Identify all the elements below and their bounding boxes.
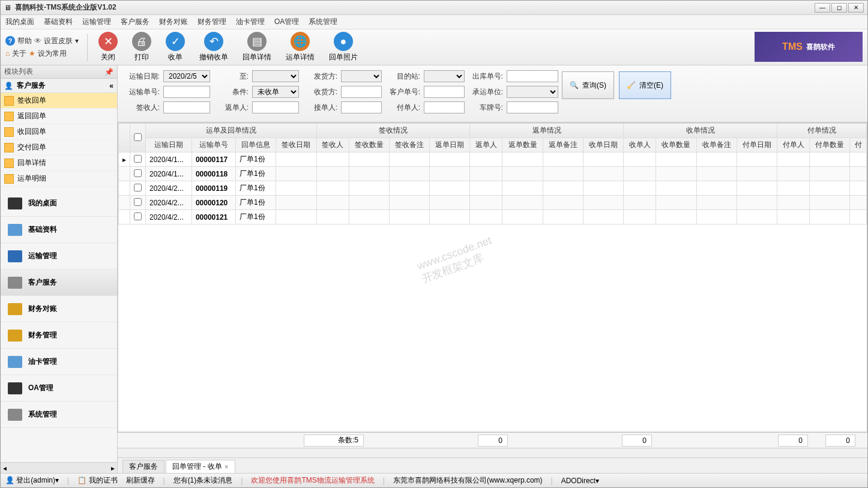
sidebar-scroll-left[interactable]: ◂ xyxy=(3,464,7,472)
toolbar-btn-4[interactable]: ▤回单详情 xyxy=(243,32,271,62)
filter-input-frow2-0[interactable] xyxy=(163,86,210,98)
nav-3[interactable]: 客户服务 xyxy=(1,270,117,296)
filter-input-frow3-4[interactable] xyxy=(507,101,558,113)
col-header[interactable]: 付单日期 xyxy=(737,138,777,152)
close-icon[interactable]: × xyxy=(225,463,229,471)
col-header[interactable]: 收单人 xyxy=(624,138,656,152)
ado-link[interactable]: ADODirect▾ xyxy=(561,477,599,485)
pin-icon[interactable]: 📌 xyxy=(104,68,113,76)
clear-button[interactable]: 🧹 清空(E) xyxy=(619,71,671,99)
sidebar-scroll-right[interactable]: ▸ xyxy=(111,464,115,472)
maximize-button[interactable]: ◻ xyxy=(831,3,847,13)
fav-link[interactable]: ★设为常用 xyxy=(29,49,67,59)
nav-5[interactable]: 财务管理 xyxy=(1,322,117,349)
collapse-icon[interactable]: « xyxy=(109,82,113,90)
menu-6[interactable]: 油卡管理 xyxy=(236,17,265,27)
col-header[interactable]: 签收数量 xyxy=(349,138,389,152)
col-header[interactable]: 返单备注 xyxy=(543,138,583,152)
filter-input-frow3-1[interactable] xyxy=(252,101,299,113)
menu-2[interactable]: 运输管理 xyxy=(82,17,111,27)
toolbar-btn-1[interactable]: 🖨打印 xyxy=(132,32,151,62)
horizontal-scrollbar[interactable] xyxy=(118,448,867,457)
row-check[interactable] xyxy=(134,198,142,206)
col-header[interactable]: 付单人 xyxy=(777,138,810,152)
filter-input-frow1-3[interactable] xyxy=(424,70,465,82)
toolbar-btn-3[interactable]: ↶撤销收单 xyxy=(199,32,228,62)
table-row[interactable]: 2020/4/2...00000119厂单1份 xyxy=(119,181,867,196)
data-grid[interactable]: 运单及回单情况签收情况返单情况收单情况付单情况运输日期运输单号回单信息签收日期签… xyxy=(118,122,867,432)
nav-6[interactable]: 油卡管理 xyxy=(1,349,117,375)
col-header[interactable]: 运输单号 xyxy=(191,138,235,152)
col-header[interactable]: 签收人 xyxy=(316,138,349,152)
col-header[interactable]: 收单日期 xyxy=(583,138,624,152)
menu-3[interactable]: 客户服务 xyxy=(121,17,149,27)
tab-0[interactable]: 客户服务 xyxy=(122,460,164,473)
sidebar-item-1[interactable]: 返回回单 xyxy=(1,109,117,124)
filter-input-frow3-2[interactable] xyxy=(341,101,382,113)
col-header[interactable]: 返单人 xyxy=(470,138,502,152)
col-header[interactable]: 签收日期 xyxy=(276,138,316,152)
sidebar-group[interactable]: 👤 客户服务 « xyxy=(1,79,117,93)
filter-input-frow2-4[interactable] xyxy=(507,86,558,98)
nav-7[interactable]: OA管理 xyxy=(1,375,117,402)
sidebar-item-3[interactable]: 交付回单 xyxy=(1,140,117,155)
refresh-link[interactable]: 刷新缓存 xyxy=(126,475,155,486)
filter-input-frow2-3[interactable] xyxy=(424,86,465,98)
nav-4[interactable]: 财务对账 xyxy=(1,296,117,322)
row-check[interactable] xyxy=(134,184,142,191)
col-header[interactable]: 付单数量 xyxy=(810,138,850,152)
filter-input-frow1-2[interactable] xyxy=(341,70,382,82)
nav-2[interactable]: 运输管理 xyxy=(1,243,117,270)
col-header[interactable]: 签收备注 xyxy=(389,138,429,152)
nav-0[interactable]: 我的桌面 xyxy=(1,190,117,217)
menu-4[interactable]: 财务对账 xyxy=(159,17,188,27)
menu-1[interactable]: 基础资料 xyxy=(44,17,73,27)
unread-link[interactable]: 您有(1)条未读消息 xyxy=(173,475,233,486)
col-header[interactable]: 收单备注 xyxy=(696,138,737,152)
logout-link[interactable]: 👤 登出(admin)▾ xyxy=(5,475,59,486)
toolbar-btn-5[interactable]: 🌐运单详情 xyxy=(286,32,315,62)
menu-0[interactable]: 我的桌面 xyxy=(5,17,34,27)
sidebar-item-2[interactable]: 收回回单 xyxy=(1,124,117,140)
sidebar-item-4[interactable]: 回单详情 xyxy=(1,155,117,171)
filter-input-frow3-3[interactable] xyxy=(424,101,465,113)
filter-input-frow1-0[interactable]: 2020/2/5 星 xyxy=(163,70,210,82)
nav-8[interactable]: 系统管理 xyxy=(1,402,117,428)
select-all[interactable] xyxy=(134,133,142,141)
col-header[interactable]: 收单数量 xyxy=(656,138,696,152)
minimize-button[interactable]: — xyxy=(815,3,830,13)
about-link[interactable]: ⌂关于 xyxy=(5,49,26,59)
col-header[interactable]: 返单日期 xyxy=(430,138,470,152)
nav-1[interactable]: 基础资料 xyxy=(1,217,117,243)
skin-link[interactable]: 👁设置皮肤▾ xyxy=(34,36,79,46)
toolbar-btn-6[interactable]: ●回单照片 xyxy=(329,32,358,62)
help-link[interactable]: ?帮助 xyxy=(5,36,32,46)
filter-input-frow1-1[interactable] xyxy=(252,70,299,82)
row-check[interactable] xyxy=(134,169,142,177)
table-row[interactable]: 2020/4/2...00000120厂单1份 xyxy=(119,196,867,210)
cert-link[interactable]: 📋 我的证书 xyxy=(77,475,117,486)
tab-1[interactable]: 回单管理 - 收单× xyxy=(166,460,235,473)
col-header[interactable]: 运输日期 xyxy=(146,138,192,152)
filter-input-frow2-1[interactable]: 未收单 xyxy=(252,86,299,98)
sidebar-item-0[interactable]: 签收回单 xyxy=(1,93,117,109)
close-button[interactable]: ✕ xyxy=(848,3,864,13)
table-row[interactable]: ▸2020/4/1...00000117厂单1份 xyxy=(119,152,867,167)
filter-input-frow2-2[interactable] xyxy=(341,86,382,98)
row-check[interactable] xyxy=(134,212,142,220)
menu-5[interactable]: 财务管理 xyxy=(197,17,226,27)
query-button[interactable]: 🔍 查询(S) xyxy=(562,71,614,99)
col-header[interactable]: 返单数量 xyxy=(502,138,543,152)
table-row[interactable]: 2020/4/1...00000118厂单1份 xyxy=(119,167,867,181)
filter-input-frow1-4[interactable] xyxy=(507,70,558,82)
toolbar-btn-2[interactable]: ✓收单 xyxy=(166,32,185,62)
menu-8[interactable]: 系统管理 xyxy=(309,17,337,27)
toolbar-btn-0[interactable]: ✕关闭 xyxy=(98,32,118,62)
row-check[interactable] xyxy=(134,155,142,163)
sidebar-item-5[interactable]: 运单明细 xyxy=(1,171,117,187)
table-row[interactable]: 2020/4/2...00000121厂单1份 xyxy=(119,210,867,224)
filter-input-frow3-0[interactable] xyxy=(163,101,210,113)
col-header[interactable]: 回单信息 xyxy=(236,138,276,152)
menu-7[interactable]: OA管理 xyxy=(274,17,299,27)
col-header[interactable]: 付 xyxy=(850,138,867,152)
